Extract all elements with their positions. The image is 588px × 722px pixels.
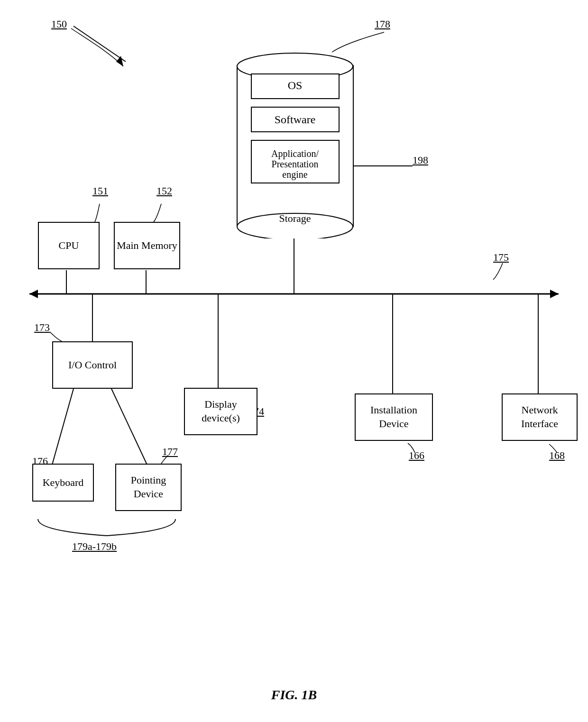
io-control-box: I/O Control xyxy=(52,341,133,389)
fig-caption: FIG. 1B xyxy=(228,687,360,703)
display-device-box: Display device(s) xyxy=(184,388,257,435)
network-interface-box: Network Interface xyxy=(502,393,578,441)
svg-marker-2 xyxy=(29,290,38,298)
ref-178: 178 xyxy=(375,18,390,30)
io-control-label: I/O Control xyxy=(68,358,117,372)
svg-text:Application/: Application/ xyxy=(271,148,319,159)
keyboard-label: Keyboard xyxy=(43,476,84,490)
svg-marker-14 xyxy=(116,56,123,66)
svg-line-12 xyxy=(111,389,147,465)
svg-marker-3 xyxy=(550,290,559,298)
cpu-box: CPU xyxy=(38,222,100,269)
ref-150: 150 xyxy=(51,18,67,30)
cpu-label: CPU xyxy=(59,239,79,253)
svg-text:Storage: Storage xyxy=(279,212,311,224)
main-memory-box: Main Memory xyxy=(114,222,180,269)
svg-text:OS: OS xyxy=(288,79,303,91)
svg-text:Software: Software xyxy=(275,113,316,126)
ref-198: 198 xyxy=(413,154,428,166)
svg-line-11 xyxy=(52,389,74,465)
installation-device-box: Installation Device xyxy=(355,393,433,441)
ref-173: 173 xyxy=(34,321,50,334)
svg-line-0 xyxy=(74,26,126,62)
installation-device-label: Installation Device xyxy=(356,403,432,430)
svg-text:engine: engine xyxy=(282,169,307,180)
diagram: 150 151 152 178 198 175 173 174 176 177 … xyxy=(0,0,588,722)
storage-cylinder: OS Software Application/ Presentation en… xyxy=(232,42,358,238)
ref-175: 175 xyxy=(493,251,509,264)
main-memory-label: Main Memory xyxy=(117,239,177,253)
ref-152: 152 xyxy=(156,185,172,197)
pointing-device-label: Pointing Device xyxy=(116,474,181,501)
display-device-label: Display device(s) xyxy=(185,398,257,425)
network-interface-label: Network Interface xyxy=(503,403,577,430)
ref-177: 177 xyxy=(162,446,178,458)
ref-151: 151 xyxy=(92,185,108,197)
ref-179: 179a-179b xyxy=(72,540,117,553)
ref-168: 168 xyxy=(549,449,565,462)
keyboard-box: Keyboard xyxy=(32,464,94,502)
ref-166: 166 xyxy=(409,449,424,462)
svg-text:Presentation: Presentation xyxy=(272,159,319,169)
pointing-device-box: Pointing Device xyxy=(115,464,182,511)
